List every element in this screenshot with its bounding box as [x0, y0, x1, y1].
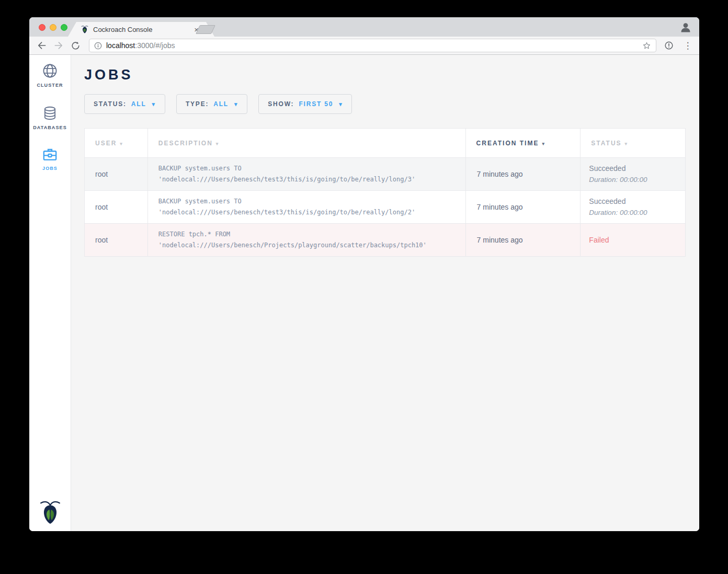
- forward-button[interactable]: [51, 38, 66, 53]
- job-creation-time: 7 minutes ago: [465, 158, 581, 191]
- main-content: JOBS STATUS: ALL ▾ TYPE: ALL ▾ SHOW: FIR…: [71, 55, 699, 531]
- cockroach-favicon-icon: [81, 25, 89, 33]
- sidebar-item-databases[interactable]: DATABASES: [29, 105, 71, 130]
- url-host: localhost: [106, 41, 135, 50]
- status-badge: Succeeded: [589, 163, 685, 174]
- job-status: Succeeded Duration: 00:00:00: [581, 191, 686, 224]
- filter-value: ALL: [213, 100, 229, 108]
- close-window-button[interactable]: [39, 24, 46, 31]
- column-header-user[interactable]: USER▾: [85, 129, 148, 158]
- sort-caret-icon: ▾: [216, 141, 220, 146]
- show-filter-dropdown[interactable]: SHOW: FIRST 50 ▾: [258, 94, 352, 114]
- status-duration: Duration: 00:00:00: [589, 174, 685, 185]
- type-filter-dropdown[interactable]: TYPE: ALL ▾: [176, 94, 247, 114]
- job-status: Succeeded Duration: 00:00:00: [581, 158, 686, 191]
- sort-caret-icon: ▾: [625, 141, 629, 146]
- job-description: BACKUP system.users TO 'nodelocal:///Use…: [147, 191, 465, 224]
- sidebar-item-label: DATABASES: [33, 125, 67, 130]
- browser-tab[interactable]: Cockroach Console ×: [68, 22, 214, 37]
- zoom-window-button[interactable]: [61, 24, 67, 31]
- browser-toolbar: localhost :3000/#/jobs ⋮: [29, 37, 699, 55]
- column-header-description[interactable]: DESCRIPTION▾: [147, 129, 465, 158]
- job-creation-time: 7 minutes ago: [465, 191, 581, 224]
- sidebar-item-label: JOBS: [42, 166, 58, 171]
- column-header-status[interactable]: STATUS▾: [581, 129, 686, 158]
- table-row: root BACKUP system.users TO 'nodelocal:/…: [85, 158, 686, 191]
- filter-value: FIRST 50: [299, 100, 333, 108]
- chevron-down-icon: ▾: [339, 101, 343, 108]
- sort-caret-icon: ▾: [120, 141, 123, 146]
- job-creation-time: 7 minutes ago: [465, 224, 581, 257]
- status-duration: Duration: 00:00:00: [589, 207, 685, 218]
- tab-title: Cockroach Console: [93, 26, 190, 33]
- chevron-down-icon: ▾: [234, 101, 238, 108]
- minimize-window-button[interactable]: [50, 24, 56, 31]
- filter-label: SHOW:: [268, 100, 294, 108]
- briefcase-icon: [42, 147, 58, 162]
- browser-window: Cockroach Console ×: [29, 17, 699, 531]
- profile-icon[interactable]: [679, 21, 692, 33]
- table-row: root RESTORE tpch.* FROM 'nodelocal:///U…: [85, 224, 686, 257]
- globe-icon: [42, 63, 58, 79]
- page-title: JOBS: [84, 67, 699, 83]
- jobs-table: USER▾ DESCRIPTION▾ CREATION TIME▾ STATUS…: [84, 128, 686, 257]
- job-description: RESTORE tpch.* FROM 'nodelocal:///Users/…: [147, 224, 465, 257]
- sidebar-item-jobs[interactable]: JOBS: [29, 147, 71, 171]
- status-badge: Failed: [589, 235, 685, 246]
- site-info-icon[interactable]: [94, 42, 102, 50]
- sidebar: CLUSTER DATABASES: [29, 55, 71, 531]
- column-header-creation-time[interactable]: CREATION TIME▾: [465, 129, 581, 158]
- status-badge: Succeeded: [589, 196, 685, 207]
- chevron-down-icon: ▾: [152, 101, 156, 108]
- new-tab-button[interactable]: [196, 25, 215, 34]
- url-path: :3000/#/jobs: [135, 41, 175, 50]
- job-user: root: [85, 158, 148, 191]
- filter-label: TYPE:: [186, 100, 209, 108]
- job-user: root: [85, 224, 148, 257]
- job-status: Failed: [581, 224, 686, 257]
- bookmark-star-icon[interactable]: [642, 41, 651, 50]
- browser-menu-icon[interactable]: ⋮: [681, 40, 694, 51]
- filter-value: ALL: [131, 100, 146, 108]
- address-bar[interactable]: localhost :3000/#/jobs: [89, 39, 656, 52]
- sort-caret-icon: ▾: [542, 141, 545, 146]
- toolbar-right: ⋮: [662, 38, 694, 53]
- table-header-row: USER▾ DESCRIPTION▾ CREATION TIME▾ STATUS…: [85, 129, 686, 158]
- extension-icon[interactable]: [662, 38, 676, 53]
- database-icon: [42, 105, 58, 121]
- reload-button[interactable]: [68, 38, 83, 53]
- sidebar-item-label: CLUSTER: [37, 83, 63, 88]
- cockroach-logo-icon: [39, 498, 61, 526]
- job-description: BACKUP system.users TO 'nodelocal:///Use…: [147, 158, 465, 191]
- tab-strip: Cockroach Console ×: [29, 17, 699, 37]
- job-user: root: [85, 191, 148, 224]
- filter-label: STATUS:: [94, 100, 127, 108]
- traffic-lights: [39, 24, 67, 31]
- filter-bar: STATUS: ALL ▾ TYPE: ALL ▾ SHOW: FIRST 50…: [84, 94, 699, 114]
- status-filter-dropdown[interactable]: STATUS: ALL ▾: [84, 94, 165, 114]
- table-row: root BACKUP system.users TO 'nodelocal:/…: [85, 191, 686, 224]
- back-button[interactable]: [35, 38, 49, 53]
- app-body: CLUSTER DATABASES: [29, 55, 699, 531]
- sidebar-item-cluster[interactable]: CLUSTER: [29, 63, 71, 88]
